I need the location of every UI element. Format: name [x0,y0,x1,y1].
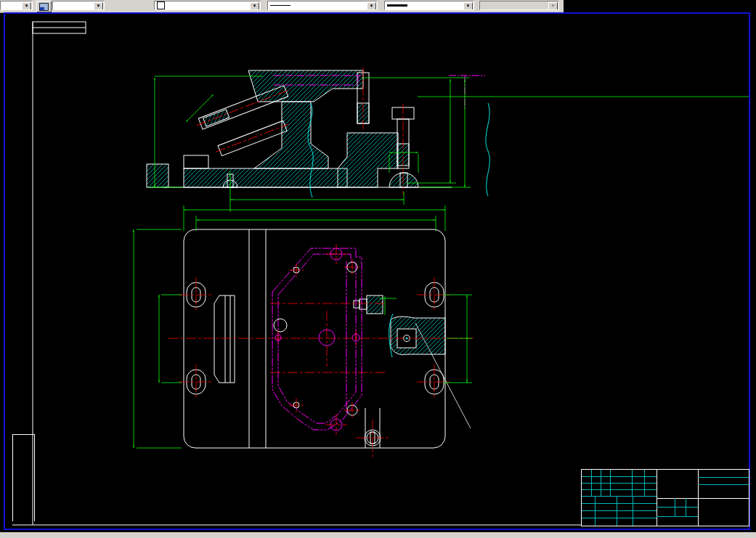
title-block [581,469,749,526]
chevron-down-icon: ▼ [548,2,558,10]
sheet-frame [12,22,748,525]
dimension-lines [134,76,749,448]
plot-style-combo: ▼ [479,1,559,10]
dim-style-combo[interactable]: ▼ [0,1,33,10]
linetype-sample-icon [270,5,290,6]
chevron-down-icon[interactable]: ▼ [250,2,259,10]
clamp-hatch [367,296,445,357]
lineweight-sample-icon [387,4,407,7]
drawing-canvas[interactable] [5,14,749,530]
properties-toolbar: ▼ ▼ ▼ ▼ ▼ ▼ [0,0,564,13]
technical-requirements [558,244,688,253]
layout-tab-strip [0,532,756,538]
workpiece-outline [272,248,362,430]
linetype-control-combo[interactable]: ▼ [267,1,378,10]
chevron-down-icon[interactable]: ▼ [367,2,376,10]
section-view [147,68,489,197]
cad-app-window: { "toolbar": { "dim_style_partial": "全",… [0,0,756,538]
lineweight-control-combo[interactable]: ▼ [384,1,474,10]
plan-view [168,229,473,457]
chevron-down-icon[interactable]: ▼ [94,2,103,10]
text-style-combo[interactable]: ▼ [52,1,105,10]
color-swatch-icon [157,1,165,9]
chevron-down-icon[interactable]: ▼ [22,2,31,10]
margin-table [12,434,35,521]
layers-icon [39,3,49,11]
drawing-title [657,472,697,497]
color-control-combo[interactable]: ▼ [154,1,261,10]
chevron-down-icon[interactable]: ▼ [463,2,473,10]
layers-icon-button[interactable] [36,1,52,12]
